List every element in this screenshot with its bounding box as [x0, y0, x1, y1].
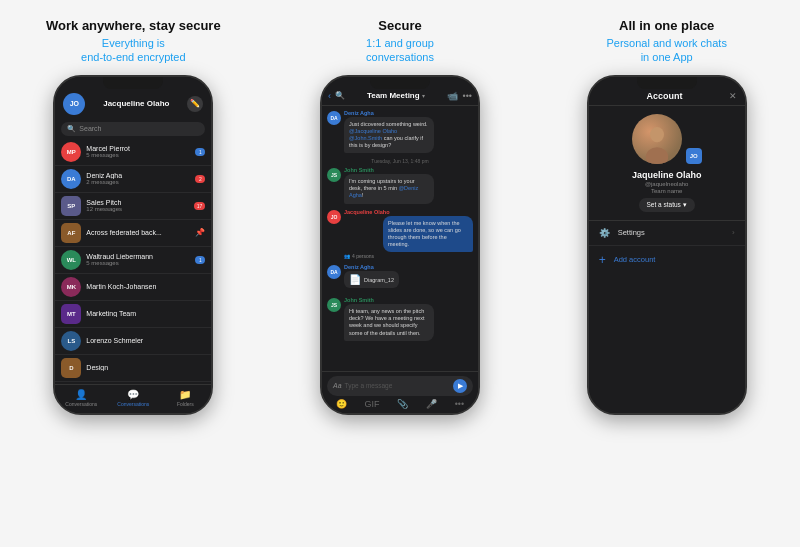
list-item[interactable]: D Design — [55, 355, 211, 382]
avatar: JS — [327, 168, 341, 182]
sender-name: Jacqueline Olaho — [344, 209, 473, 215]
sender-name: John Smith — [344, 297, 434, 303]
pin-icon: 📌 — [195, 228, 205, 237]
message-item: JO Jacqueline Olaho Please let me know w… — [327, 209, 473, 260]
phone-2-screen: ‹ 🔍 Team Meeting ▾ 📹 ••• DA — [322, 77, 478, 413]
chat-name: Deniz Agha — [86, 172, 190, 179]
panel-1-subtitle: Everything isend-to-end encrypted — [46, 36, 221, 65]
list-item[interactable]: MP Marcel Pierrot 5 messages 1 — [55, 139, 211, 166]
file-attachment[interactable]: 📄 Diagram_12 — [344, 271, 399, 288]
set-status-button[interactable]: Set a status ▾ — [639, 198, 695, 212]
chat-preview: 5 messages — [86, 260, 190, 266]
people-icon: 👥 — [344, 253, 350, 259]
chat-meta: 1 — [195, 256, 205, 264]
message-item: DA Deniz Agha 📄 Diagram_12 — [327, 264, 473, 292]
panel-1: Work anywhere, stay secure Everything is… — [0, 0, 267, 547]
phone-1: JO Jacqueline Olaho ✏️ 🔍 Search MP Marce… — [53, 75, 213, 415]
panel-3-header: All in one place Personal and work chats… — [606, 18, 726, 65]
settings-label: Settings — [618, 228, 724, 237]
avatar: WL — [61, 250, 81, 270]
p1-user-avatar[interactable]: JO — [63, 93, 85, 115]
message-bubble: Hi team, any news on the pitch deck? We … — [344, 304, 434, 341]
chat-meta: 2 — [195, 175, 205, 183]
search-icon[interactable]: 🔍 — [335, 91, 345, 100]
add-icon: + — [599, 253, 606, 267]
more-icon[interactable]: ••• — [463, 91, 472, 101]
chat-name: Sales Pitch — [86, 199, 188, 206]
chat-meta: 📌 — [195, 228, 205, 237]
video-icon[interactable]: 📹 — [447, 91, 458, 101]
gif-icon[interactable]: GIF — [365, 399, 380, 409]
tab-conversations-active[interactable]: 💬 Conversations — [107, 389, 159, 407]
p1-search-icon: 🔍 — [67, 125, 76, 133]
account-title: Account — [646, 91, 682, 101]
p1-search[interactable]: 🔍 Search — [61, 122, 205, 136]
attach-icon[interactable]: 📎 — [397, 399, 408, 409]
add-account-item[interactable]: + Add account — [589, 246, 745, 274]
tab-label: Folders — [177, 401, 194, 407]
unread-badge: 1 — [195, 148, 205, 156]
emoji-icon[interactable]: 🙂 — [336, 399, 347, 409]
chat-name: Waltraud Liebermann — [86, 253, 190, 260]
user-silhouette — [639, 122, 674, 164]
chevron-right-icon: › — [732, 228, 735, 237]
p3-avatars: JO — [632, 114, 702, 164]
list-item[interactable]: DA Deniz Agha 2 messages 2 — [55, 166, 211, 193]
panel-3-title: All in one place — [606, 18, 726, 33]
message-input-row[interactable]: Aa Type a message ▶ — [327, 376, 473, 396]
list-item[interactable]: AF Across federated back... 📌 — [55, 220, 211, 247]
mic-icon[interactable]: 🎤 — [426, 399, 437, 409]
chevron-down-icon: ▾ — [683, 201, 687, 209]
tab-folders[interactable]: 📁 Folders — [159, 389, 211, 407]
contacts-icon: 👤 — [75, 389, 87, 400]
list-item[interactable]: WL Waltraud Liebermann 5 messages 1 — [55, 247, 211, 274]
svg-point-1 — [645, 147, 667, 164]
phone-1-notch — [103, 77, 163, 89]
file-icon: 📄 — [349, 274, 361, 285]
more-tools-icon[interactable]: ••• — [455, 399, 464, 409]
p2-header-icons: 📹 ••• — [447, 91, 472, 101]
list-item[interactable]: SP Sales Pitch 12 messages 17 — [55, 193, 211, 220]
message-bubble: Please let me know when the slides are d… — [383, 216, 473, 253]
back-button[interactable]: ‹ — [328, 91, 331, 101]
sender-name: Deniz Agha — [344, 110, 434, 116]
chat-info: Across federated back... — [86, 229, 190, 236]
message-item: JS John Smith Hi team, any news on the p… — [327, 297, 473, 341]
close-icon[interactable]: ✕ — [729, 91, 737, 101]
list-item[interactable]: LS Lorenzo Schmeler — [55, 328, 211, 355]
chat-meta: 1 — [195, 148, 205, 156]
list-item[interactable]: MK Martin Koch-Johansen — [55, 274, 211, 301]
avatar: DA — [61, 169, 81, 189]
chat-info: Lorenzo Schmeler — [86, 337, 205, 344]
message-input[interactable]: Type a message — [345, 382, 450, 389]
chat-info: Sales Pitch 12 messages — [86, 199, 188, 212]
chevron-down-icon: ▾ — [422, 92, 425, 99]
avatar: JS — [327, 298, 341, 312]
team-name: Team name — [651, 188, 682, 194]
message-item: DA Deniz Agha Just dicovered something w… — [327, 110, 473, 154]
chat-info: Deniz Agha 2 messages — [86, 172, 190, 185]
chat-name: Across federated back... — [86, 229, 190, 236]
chat-name: Lorenzo Schmeler — [86, 337, 205, 344]
message-text: I'm coming upstairs to your desk, there … — [349, 178, 429, 199]
message-sender-row: DA Deniz Agha Just dicovered something w… — [327, 110, 473, 154]
date-divider: Tuesday, Jun 13, 1:48 pm — [327, 158, 473, 164]
tab-label: Conversations — [117, 401, 149, 407]
p1-edit-icon[interactable]: ✏️ — [187, 96, 203, 112]
unread-badge: 1 — [195, 256, 205, 264]
chat-name: Martin Koch-Johansen — [86, 283, 205, 290]
phone-3-notch — [637, 77, 697, 89]
user-badge: JO — [686, 148, 702, 164]
list-item[interactable]: MT Marketing Team — [55, 301, 211, 328]
chat-name: Design — [86, 364, 205, 371]
folder-icon: 📁 — [179, 389, 191, 400]
p1-username: Jacqueline Olaho — [103, 99, 169, 108]
send-button[interactable]: ▶ — [453, 379, 467, 393]
panel-2-title: Secure — [366, 18, 434, 33]
chat-icon: 💬 — [127, 389, 139, 400]
chat-info: Design — [86, 364, 205, 371]
tab-conversations-all[interactable]: 👤 Conversations — [55, 389, 107, 407]
message-bubble: Just dicovered something weird. @Jacquel… — [344, 117, 434, 154]
message-text: Please let me know when the slides are d… — [388, 220, 468, 249]
settings-menu-item[interactable]: ⚙️ Settings › — [589, 221, 745, 246]
